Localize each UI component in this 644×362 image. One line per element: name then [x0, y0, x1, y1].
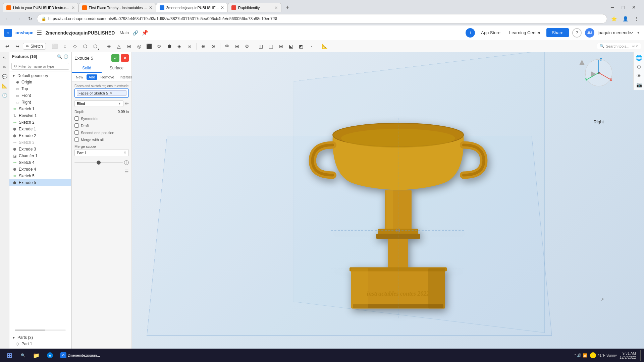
- feature-clock-icon[interactable]: 🕐: [63, 54, 68, 59]
- left-icon-measure[interactable]: 📐: [1, 82, 9, 90]
- tree-group-default[interactable]: ▼ Default geometry: [9, 73, 71, 79]
- scrollbar-thumb[interactable]: [15, 329, 45, 331]
- toolbar-btn-11[interactable]: ⚙: [155, 42, 164, 51]
- tab-2-close[interactable]: ✕: [149, 5, 152, 10]
- view-btn-2[interactable]: ⬚: [266, 42, 276, 51]
- tree-item-revolve1[interactable]: ↻ Revolve 1: [9, 112, 71, 119]
- tab-surface[interactable]: Surface: [102, 64, 131, 73]
- viewport-icon-layers[interactable]: ⬡: [635, 63, 643, 71]
- user-avatar[interactable]: JM: [585, 28, 594, 38]
- symmetric-checkbox[interactable]: [74, 116, 79, 121]
- toolbar-btn-4[interactable]: ⬡: [80, 42, 90, 51]
- merge-all-checkbox[interactable]: [74, 137, 79, 142]
- tree-item-sketch5[interactable]: ✏ Sketch 5: [9, 173, 71, 179]
- url-bar[interactable]: 🔒 https://cad.onshape.com/documents/9a07…: [37, 14, 607, 23]
- toolbar-btn-7[interactable]: △: [114, 42, 124, 51]
- tab-2[interactable]: First Place Trophy - Instructables ... ✕: [78, 3, 156, 12]
- extrude-ok-button[interactable]: ✓: [111, 54, 119, 62]
- taskbar-edge[interactable]: e: [44, 350, 56, 361]
- extrude-cancel-button[interactable]: ✕: [121, 54, 129, 62]
- toolbar-btn-15[interactable]: ⊕: [199, 42, 208, 51]
- slider-thumb[interactable]: [97, 161, 101, 165]
- visibility-btn[interactable]: 👁: [222, 42, 232, 51]
- viewport[interactable]: instructables contes 2022 Z: [132, 52, 644, 362]
- tab-solid[interactable]: Solid: [72, 64, 102, 73]
- windows-start-button[interactable]: ⊞: [3, 349, 16, 362]
- toolbar-btn-16[interactable]: ⊗: [209, 42, 218, 51]
- second-end-checkbox[interactable]: [74, 130, 79, 135]
- face-select-box[interactable]: Faces of Sketch 5 ✕: [74, 88, 129, 98]
- toolbar-btn-10[interactable]: ⬛: [145, 42, 154, 51]
- tree-item-sketch3[interactable]: ✏ Sketch 3: [9, 139, 71, 146]
- pin-icon[interactable]: 📌: [142, 29, 148, 36]
- tree-item-right[interactable]: ▭ Right: [9, 99, 71, 106]
- sub-tab-remove[interactable]: Remove: [99, 74, 116, 80]
- view-btn-1[interactable]: ◫: [256, 42, 266, 51]
- taskbar-file-explorer[interactable]: 📁: [30, 350, 42, 361]
- tree-item-extrude1[interactable]: ⬢ Extrude 1: [9, 126, 71, 132]
- tab-1-close[interactable]: ✕: [71, 5, 75, 10]
- toolbar-btn-6[interactable]: ⊕: [104, 42, 114, 51]
- viewport-icon-camera[interactable]: 📷: [635, 81, 643, 89]
- feature-search-icon[interactable]: 🔍: [57, 54, 62, 59]
- tree-item-origin[interactable]: ⊕ Origin: [9, 79, 71, 85]
- taskbar-search[interactable]: 🔍: [18, 350, 28, 361]
- sub-tab-new[interactable]: New: [74, 74, 85, 80]
- view-arrow-right[interactable]: [590, 71, 597, 78]
- merge-scope-remove[interactable]: ✕: [123, 150, 126, 155]
- tree-item-chamfer1[interactable]: ◪ Chamfer 1: [9, 153, 71, 159]
- draft-checkbox[interactable]: [74, 123, 79, 128]
- undo-button[interactable]: ↩: [3, 42, 12, 51]
- tree-item-part1[interactable]: ⬡ Part 1: [9, 341, 71, 347]
- parts-group[interactable]: ▼ Parts (3): [9, 335, 71, 341]
- notification-button[interactable]: 1: [466, 28, 475, 38]
- forward-button[interactable]: →: [14, 14, 23, 23]
- search-tools-input[interactable]: 🔍 Search tools... alt C: [597, 43, 641, 49]
- redo-button[interactable]: ↪: [13, 42, 22, 51]
- help-circle-button[interactable]: ?: [124, 160, 129, 165]
- toolbar-btn-13[interactable]: ◈: [175, 42, 184, 51]
- face-tag-remove[interactable]: ✕: [109, 91, 112, 95]
- minimize-button[interactable]: ─: [608, 3, 617, 12]
- extrude-slider[interactable]: [74, 162, 123, 163]
- tab-4[interactable]: RapidIdentity ✕: [228, 3, 281, 12]
- settings-btn[interactable]: ⚙: [243, 42, 252, 51]
- show-desktop-button[interactable]: [640, 350, 641, 361]
- sketch-button[interactable]: ✏ Sketch: [23, 43, 46, 50]
- toolbar-btn-8[interactable]: ⊞: [124, 42, 134, 51]
- detail-list-icon[interactable]: ☰: [124, 169, 129, 174]
- maximize-button[interactable]: □: [619, 3, 628, 12]
- left-icon-pencil[interactable]: ✏: [1, 63, 9, 71]
- type-dropdown[interactable]: Blind ▼: [74, 100, 123, 107]
- tab-3-close[interactable]: ✕: [221, 5, 224, 10]
- toolbar-btn-9[interactable]: ◎: [135, 42, 144, 51]
- user-name[interactable]: joaquin menendez: [598, 30, 633, 35]
- taskbar-app[interactable]: O 2menendezjoquin...: [58, 350, 103, 361]
- tree-item-extrude4[interactable]: ⬢ Extrude 4: [9, 166, 71, 173]
- left-icon-cursor[interactable]: ↖: [1, 54, 9, 62]
- measure-btn[interactable]: 📐: [320, 42, 330, 51]
- extensions-button[interactable]: ⭐: [609, 14, 619, 23]
- tab-3[interactable]: 2menendezjoaquinPUBLISHE... ✕: [156, 3, 228, 12]
- tree-item-front[interactable]: ▭ Front: [9, 92, 71, 99]
- view-btn-4[interactable]: ⬕: [286, 42, 296, 51]
- app-store-button[interactable]: App Store: [478, 30, 503, 35]
- back-button[interactable]: ←: [3, 14, 12, 23]
- viewport-icon-globe[interactable]: 🌐: [635, 54, 643, 62]
- reload-button[interactable]: ↻: [25, 14, 35, 23]
- new-tab-button[interactable]: +: [283, 3, 292, 12]
- toolbar-btn-12[interactable]: ⬢: [165, 42, 174, 51]
- link-icon[interactable]: 🔗: [132, 30, 138, 36]
- hamburger-menu[interactable]: ☰: [37, 29, 42, 37]
- tree-item-extrude3[interactable]: ⬢ Extrude 3: [9, 146, 71, 153]
- tree-item-sketch2[interactable]: ✏ Sketch 2: [9, 119, 71, 126]
- depth-value[interactable]: 0.09 in: [118, 110, 129, 114]
- view-btn-5[interactable]: ◩: [297, 42, 306, 51]
- view-btn-6[interactable]: ⬝: [307, 42, 316, 51]
- filter-input[interactable]: [18, 64, 67, 68]
- help-button[interactable]: ?: [572, 28, 582, 38]
- tree-item-extrude5[interactable]: ⬢ Extrude 5: [9, 179, 71, 186]
- scrollbar-track[interactable]: [15, 329, 66, 331]
- merge-scope-value[interactable]: Part 1 ✕: [74, 149, 129, 156]
- user-profile-button[interactable]: 👤: [621, 14, 630, 23]
